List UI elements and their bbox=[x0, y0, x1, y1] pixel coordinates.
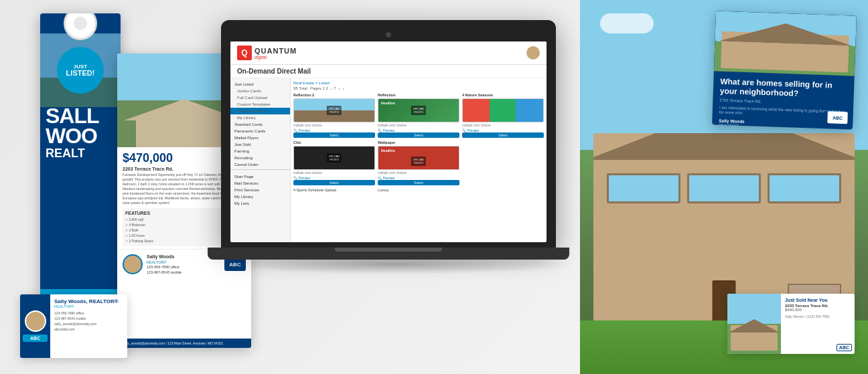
template-reflection2-thumb: UPLOADPHOTO bbox=[293, 98, 375, 122]
flyer-agent-phone-mobile: 123-987-6543 mobile bbox=[147, 270, 182, 276]
sidebar-item-custom-templates[interactable]: Custom Templates bbox=[230, 101, 290, 108]
screen-filter-row: 58 Total Pages 1 2 ... 7 ‹ › bbox=[293, 86, 544, 90]
banner-just-listed-badge: JUST LISTED! bbox=[57, 47, 104, 94]
qd-logo-sub: digital bbox=[255, 55, 297, 60]
prev-page-btn[interactable]: ‹ bbox=[339, 86, 340, 90]
laptop-screen: Q QUANTUM digital On-Demand Direct Mail … bbox=[230, 41, 547, 242]
template-wallpaper-sublabel: multiple color choices bbox=[378, 171, 459, 175]
laptop-body: Q QUANTUM digital On-Demand Direct Mail … bbox=[221, 20, 556, 248]
just-sold-agent: Sally Woods • (123) 456-7890 bbox=[785, 314, 851, 318]
wallpaper-select-btn[interactable]: Select bbox=[378, 180, 459, 185]
biz-card-abc-badge: ABC bbox=[23, 335, 48, 342]
just-sold-card-info: Just Sold Near You 2203 Terrace Trace Rd… bbox=[781, 294, 855, 354]
house-main-structure bbox=[593, 133, 855, 320]
screen-page-title: On-Demand Direct Mail bbox=[230, 65, 547, 78]
house-window bbox=[607, 173, 680, 203]
template-reflection-sublabel: multiple color choices bbox=[378, 124, 459, 127]
biz-card-phone-office: 123-456-7890 office bbox=[54, 310, 123, 316]
qd-logo-text-area: QUANTUM digital bbox=[255, 47, 297, 60]
sidebar-item-mailed-flyers[interactable]: Mailed Flyers bbox=[230, 134, 290, 141]
neighborhood-title: What are homes selling for in your neigh… bbox=[720, 77, 848, 100]
reflection-select-btn[interactable]: Select bbox=[378, 132, 459, 138]
screen-body: Just Listed Jumbo Cards Full Card Upload… bbox=[230, 78, 547, 242]
quantum-logo: Q QUANTUM digital bbox=[237, 45, 297, 60]
template-luxury-label: Luxury bbox=[378, 188, 459, 192]
house-roof bbox=[593, 133, 855, 160]
sidebar-item-just-sold[interactable]: Just Sold bbox=[230, 141, 290, 148]
flyer-agent-photo bbox=[123, 254, 143, 274]
screen-breadcrumb: Real Estate > Listed bbox=[293, 81, 544, 85]
house-windows bbox=[607, 173, 841, 203]
just-sold-abc-logo: ABC bbox=[837, 344, 852, 351]
template-wallpaper: Wallpaper Headline UPLOADPHOTO multiple … bbox=[378, 141, 459, 185]
sidebar-item-panoramic-cards[interactable]: Panoramic Cards bbox=[230, 128, 290, 134]
biz-card-agent-photo bbox=[25, 310, 46, 332]
sidebar-item-my-lists[interactable]: My Lists bbox=[230, 200, 290, 207]
templates-grid: Reflection 2 UPLOADPHOTO multiple color … bbox=[293, 93, 544, 185]
biz-card-agent-title: REALTOR® bbox=[54, 304, 123, 308]
sidebar-item-standard-cards[interactable]: Standard Cards bbox=[230, 121, 290, 128]
biz-card-website: abcrealty.com bbox=[54, 326, 123, 332]
cloud-decoration bbox=[600, 13, 654, 33]
laptop-device: Q QUANTUM digital On-Demand Direct Mail … bbox=[221, 20, 569, 288]
sidebar-item-start-page[interactable]: Start Page bbox=[230, 173, 290, 180]
flyer-footer: sally_woods@abcrealty.com | 123 Main Str… bbox=[117, 339, 251, 348]
vertical-banner: JUST LISTED! SALL WOO REALT ABC REAL bbox=[40, 13, 121, 335]
flyer-agent-info: Sally Woods REALTOR® 123-456-7890 office… bbox=[147, 254, 182, 276]
template-nature-seasons-sublabel: multiple color choices bbox=[462, 124, 544, 127]
biz-card-phone-mobile: 123-987-6543 mobile bbox=[54, 316, 123, 321]
sidebar-item-template-gallery[interactable]: Template Gallery bbox=[230, 108, 290, 114]
user-avatar bbox=[526, 46, 540, 60]
sidebar-item-print-services[interactable]: Print Services bbox=[230, 187, 290, 193]
neighborhood-card: What are homes selling for in your neigh… bbox=[712, 11, 857, 129]
biz-card-agent-name: Sally Woods, REALTOR® bbox=[54, 298, 123, 304]
nature-seasons-select-btn[interactable]: Select bbox=[462, 132, 544, 138]
just-sold-card: Just Sold Near You 2203 Terrace Trace Rd… bbox=[727, 294, 855, 354]
sidebar-item-just-listed[interactable]: Just Listed bbox=[230, 81, 290, 88]
house-window bbox=[768, 173, 841, 203]
sidebar-item-farming[interactable]: Farming bbox=[230, 148, 290, 155]
template-wallpaper-upload: UPLOADPHOTO bbox=[411, 157, 426, 166]
total-count: 58 Total bbox=[293, 86, 307, 90]
biz-card-info-section: Sally Woods, REALTOR® REALTOR® 123-456-7… bbox=[50, 294, 127, 358]
sidebar-item-jumbo-cards[interactable]: Jumbo Cards bbox=[230, 88, 290, 94]
flyer-agent-name: Sally Woods bbox=[147, 254, 182, 260]
house-window bbox=[687, 173, 761, 203]
neighborhood-card-image bbox=[714, 11, 857, 76]
reflection2-select-btn[interactable]: Select bbox=[293, 132, 375, 138]
template-reflection-upload: UPLOADPHOTO bbox=[411, 106, 426, 115]
sidebar-item-recruiting[interactable]: Recruiting bbox=[230, 155, 290, 161]
sidebar-item-my-library2[interactable]: My Library bbox=[230, 193, 290, 200]
business-card: ABC Sally Woods, REALTOR® REALTOR® 123-4… bbox=[20, 294, 127, 358]
sidebar-item-mail-services[interactable]: Mail Services bbox=[230, 180, 290, 187]
qd-logo-icon: Q bbox=[237, 45, 252, 60]
template-chic-sublabel: multiple color choices bbox=[293, 171, 375, 175]
sidebar-item-full-card[interactable]: Full Card Upload bbox=[230, 94, 290, 101]
template-sports-label: 4 Sports Schedule Upload bbox=[293, 188, 375, 192]
template-nature-seasons-thumb bbox=[462, 98, 544, 122]
template-placeholder bbox=[462, 188, 544, 192]
pages-label: Pages 1 2 ... 7 bbox=[310, 86, 336, 90]
screen-main-content: Real Estate > Listed 58 Total Pages 1 2 … bbox=[291, 78, 547, 242]
listed-label: LISTED! bbox=[66, 70, 95, 77]
next-page-btn[interactable]: › bbox=[343, 86, 344, 90]
flyer-agent-phone-office: 123-456-7890 office bbox=[147, 265, 182, 270]
template-chic: Chic UPLOADPHOTO multiple color choices … bbox=[293, 141, 375, 185]
biz-card-email: sally_woods@abcrealty.com bbox=[54, 321, 123, 326]
template-chic-upload: UPLOADPHOTO bbox=[327, 153, 342, 163]
banner-name-line1: SALL bbox=[46, 106, 115, 126]
sidebar-item-my-library[interactable]: My Library bbox=[230, 114, 290, 121]
just-sold-card-image bbox=[727, 294, 781, 354]
template-upload-label: UPLOADPHOTO bbox=[327, 106, 342, 115]
chic-select-btn[interactable]: Select bbox=[293, 180, 375, 185]
template-nature-seasons: 4 Nature Seasons multiple color choices … bbox=[462, 93, 544, 138]
laptop-camera bbox=[386, 32, 391, 37]
small-cards-container: Just Sold Near You 2203 Terrace Trace Rd… bbox=[727, 294, 855, 354]
banner-name-line3: REALT bbox=[46, 147, 115, 161]
template-reflection2-sublabel: multiple color choices bbox=[293, 124, 375, 127]
just-sold-label: Just Sold Near You bbox=[785, 298, 851, 302]
qd-logo-name: QUANTUM bbox=[255, 47, 297, 55]
sidebar-item-cancel[interactable]: Cancel Order bbox=[230, 161, 290, 168]
banner-name-area: SALL WOO REALT bbox=[40, 100, 121, 166]
template-wallpaper-thumb: Headline UPLOADPHOTO bbox=[378, 146, 459, 170]
